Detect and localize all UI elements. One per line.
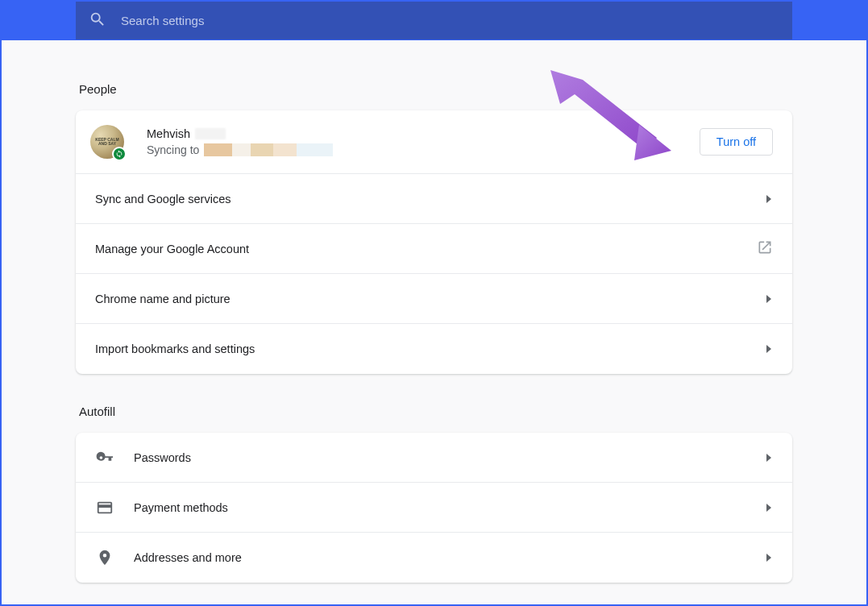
row-addresses[interactable]: Addresses and more — [76, 533, 792, 583]
top-banner: Search settings — [2, 2, 866, 40]
search-bar[interactable]: Search settings — [76, 2, 792, 39]
section-title-people: People — [79, 82, 792, 96]
redacted-surname — [195, 128, 226, 139]
row-label: Manage your Google Account — [95, 243, 757, 255]
content-area: People KEEP CALMAND SAY Mehvish Syncing … — [2, 40, 866, 604]
row-label: Sync and Google services — [95, 193, 765, 205]
chevron-right-icon — [765, 342, 773, 356]
row-label: Chrome name and picture — [95, 293, 765, 305]
row-label: Import bookmarks and settings — [95, 342, 765, 355]
chevron-right-icon — [765, 292, 773, 306]
key-icon — [95, 449, 114, 467]
chevron-right-icon — [765, 550, 773, 565]
credit-card-icon — [95, 499, 114, 517]
turn-off-button[interactable]: Turn off — [700, 128, 773, 156]
profile-row: KEEP CALMAND SAY Mehvish Syncing to Turn… — [76, 110, 792, 174]
row-label: Payment methods — [134, 501, 765, 514]
redacted-email — [204, 143, 333, 156]
row-passwords[interactable]: Passwords — [76, 433, 792, 483]
location-icon — [95, 549, 114, 567]
section-title-autofill: Autofill — [79, 405, 792, 418]
row-sync-services[interactable]: Sync and Google services — [76, 174, 792, 224]
avatar: KEEP CALMAND SAY — [90, 125, 124, 159]
search-icon — [89, 10, 106, 31]
external-link-icon — [757, 239, 773, 259]
profile-name: Mehvish — [147, 127, 190, 140]
chevron-right-icon — [765, 192, 773, 206]
row-import-bookmarks[interactable]: Import bookmarks and settings — [76, 324, 792, 374]
row-label: Addresses and more — [134, 551, 765, 564]
autofill-card: Passwords Payment methods Addresses and … — [76, 433, 792, 583]
row-chrome-name-picture[interactable]: Chrome name and picture — [76, 274, 792, 324]
sync-status-label: Syncing to — [147, 143, 199, 156]
row-manage-google-account[interactable]: Manage your Google Account — [76, 224, 792, 274]
chevron-right-icon — [765, 500, 773, 515]
row-label: Passwords — [134, 451, 765, 464]
search-placeholder: Search settings — [121, 14, 204, 27]
row-payment-methods[interactable]: Payment methods — [76, 483, 792, 533]
sync-badge-icon — [112, 147, 127, 161]
chevron-right-icon — [765, 450, 773, 465]
people-card: KEEP CALMAND SAY Mehvish Syncing to Turn… — [76, 110, 792, 374]
